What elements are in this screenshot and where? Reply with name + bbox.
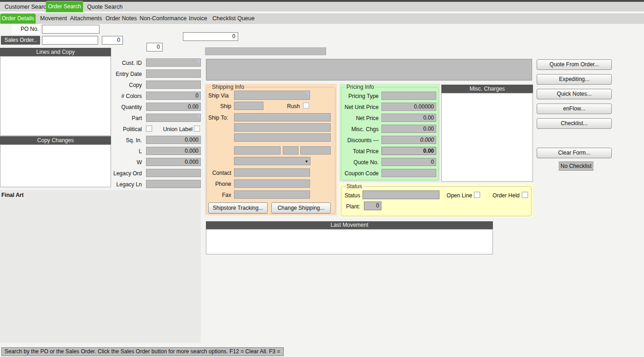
legacy-ln-field [146,180,201,188]
clear-form-button[interactable]: Clear Form... [537,148,612,158]
small-counter[interactable]: 0 [146,43,163,52]
help-status-bar: Search by the PO or the Sales Order. Cli… [1,347,284,356]
checklist-button[interactable]: Checklist... [537,118,612,129]
misc-charges-list[interactable] [441,93,533,182]
main-tab-bar: Customer Search Quote Search [0,2,644,12]
last-movement-list[interactable] [206,229,493,254]
po-no-label: PO No. [12,24,40,34]
political-label: Political [69,125,142,133]
final-art-label: Final Art [0,190,201,198]
expediting-button[interactable]: Expediting... [537,74,612,85]
cust-id-label: Cust. ID [69,59,142,67]
plant-label: Plant: [344,202,360,211]
shipping-info-legend: Shipping Info [211,84,246,90]
part-label: Part [69,114,142,122]
width-field: 0.000 [146,158,201,166]
political-checkbox[interactable] [146,126,152,132]
sales-order-button[interactable]: Sales Order.. [1,36,40,45]
tab-movement[interactable]: Movement [40,13,67,24]
cust-id-field [146,58,201,67]
customer-name-display [205,47,326,55]
contact-field [234,168,310,177]
net-unit-price-label: Net Unit Price [341,103,379,111]
tab-quote-search[interactable]: Quote Search [87,2,123,12]
tab-invoice[interactable]: Invoice [189,13,207,24]
ship-state-field [283,146,299,155]
union-label-label: Union Label [157,125,193,133]
tab-attachments[interactable]: Attachments [70,13,102,24]
tab-checklist-queue[interactable]: Checklist Queue [212,13,255,24]
union-label-checkbox[interactable] [194,126,200,132]
ship-city-field [234,146,281,155]
tab-customer-search[interactable]: Customer Search [5,2,49,12]
pricing-type-label: Pricing Type [341,92,379,100]
ship-field [234,102,263,110]
sales-order-line-input[interactable]: 0 [102,36,123,45]
lookup-corner-icon [196,115,200,119]
status-label: Status [344,191,360,200]
length-field: 0.000 [146,147,201,155]
coupon-code-field [381,169,436,177]
final-art-panel: Final Art [0,190,201,343]
total-price-field: 0.00 [381,147,436,155]
ship-via-label: Ship Via [206,92,231,100]
net-unit-price-field: 0.00000 [381,103,436,111]
rush-label: Rush [275,102,300,110]
order-entry-window: Customer Search Quote Search Order Searc… [0,0,644,357]
ship-to-line2-field [234,123,331,132]
entry-date-field [146,69,201,78]
sub-tab-bar: Movement Attachments Order Notes Non-Con… [0,13,644,24]
shipstore-tracking-button[interactable]: Shipstore Tracking... [208,202,268,213]
ship-zip-field [300,146,331,155]
open-line-checkbox[interactable] [474,192,480,198]
customer-info-display [206,59,532,81]
ship-address-dropdown[interactable]: ▾ [234,157,310,165]
net-price-field: 0.00 [381,114,436,122]
lines-and-copy-header: Lines and Copy [0,48,111,56]
lookup-corner-icon [305,92,309,96]
plant-field: 0 [364,202,381,210]
legacy-ord-field [146,169,201,177]
ship-to-label: Ship To: [206,114,231,122]
width-label: W [69,158,142,167]
misc-chgs-field: 0.00 [381,125,436,133]
chevron-down-icon: ▾ [305,158,308,165]
ship-via-field [234,91,310,100]
enflow-button[interactable]: enFlow... [537,104,612,114]
rush-checkbox[interactable] [303,103,309,109]
coupon-code-label: Coupon Code [341,169,379,178]
contact-label: Contact [206,169,231,177]
open-line-label: Open Line [445,191,472,200]
fax-label: Fax [206,191,231,199]
misc-charges-header: Misc. Charges [441,85,533,93]
tab-order-details[interactable]: Order Details [0,13,36,24]
sales-order-input[interactable] [42,36,98,45]
no-checklist-indicator: No Checklist [559,161,593,171]
last-movement-header: Last Movement [206,221,493,229]
po-no-input[interactable] [42,25,100,34]
net-price-label: Net Price [341,114,379,122]
tab-order-search[interactable]: Order Search [46,1,83,12]
order-held-checkbox[interactable] [522,192,528,198]
quantity-label: Quantity [69,103,142,111]
copy-field [146,81,201,89]
quick-notes-button[interactable]: Quick Notes... [537,89,612,99]
part-field [146,114,201,122]
ship-label: Ship [206,102,231,110]
pricing-type-field [381,92,436,100]
sq-in-field: 0.000 [146,136,201,144]
phone-label: Phone [206,180,231,188]
entry-date-label: Entry Date [69,70,142,78]
change-shipping-button[interactable]: Change Shipping... [271,202,331,213]
phone-field [234,179,310,188]
quote-from-order-button[interactable]: Quote From Order... [537,59,612,70]
ship-to-line3-field [234,133,331,142]
total-price-label: Total Price [341,147,379,155]
upper-right-counter[interactable]: 0 [183,32,238,41]
copy-label: Copy [69,81,142,89]
tab-order-notes[interactable]: Order Notes [105,13,137,24]
misc-chgs-label: Misc. Chgs [341,125,379,133]
fax-field [234,190,310,199]
status-group: Status [340,183,533,218]
tab-non-conformance[interactable]: Non-Conformance [140,13,187,24]
